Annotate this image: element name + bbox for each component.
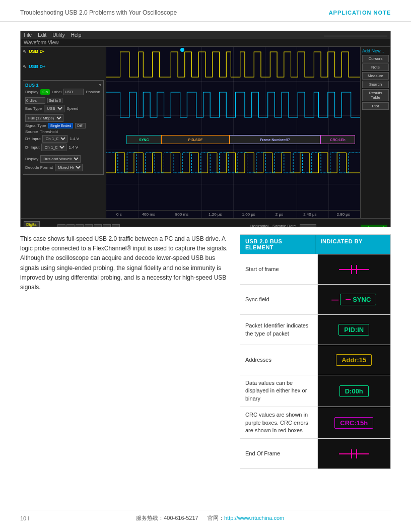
bus-label-input[interactable] [63, 89, 84, 95]
menu-file[interactable]: File [24, 32, 32, 38]
search-button[interactable]: Search [362, 81, 389, 88]
ch8-button[interactable]: 8 [112, 224, 120, 228]
usb-d-minus-label: USB D- [29, 49, 44, 54]
dp-source-select[interactable]: Ch 1_D0 [42, 135, 67, 143]
single-ended-button[interactable]: Single Ended [48, 123, 74, 128]
measure-button[interactable]: Measure [362, 72, 389, 80]
data-visual: D:00h [318, 375, 391, 407]
bus-title: BUS 1 [25, 83, 39, 88]
table-row-data: Data values can be displayed in either h… [240, 375, 390, 407]
app-note-label: APPLICATION NOTE [329, 10, 391, 16]
scope-waveform-area: SYNC PID-SOF Frame Number:57 CRC:1Eh [106, 47, 360, 218]
decode-format-select[interactable]: Mixed Hex [55, 164, 83, 171]
scope-right-panel: Add New... Cursors Note Measure Search R… [360, 47, 390, 218]
page-number: 10 I [20, 515, 29, 521]
page-footer: 10 I 服务热线：400-616-5217 官网：http://www.rit… [20, 510, 391, 522]
ch6-button[interactable]: 6 [94, 224, 102, 228]
cursors-button[interactable]: Cursors [362, 55, 389, 62]
diff-button[interactable]: Diff. [75, 123, 85, 128]
col2-header: INDICATED BY [316, 235, 391, 254]
addr-label: Addresses [240, 345, 318, 375]
menu-help[interactable]: Help [71, 32, 82, 38]
bus-element-table: USB 2.0 BUS ELEMENT INDICATED BY Start o… [240, 234, 391, 469]
eof-label: End Of Frame [240, 439, 318, 469]
crc-label: CRC values are shown in purple boxes. CR… [240, 407, 318, 438]
bus-on-button[interactable]: On [40, 89, 50, 95]
scope-toolbar: Waveform View [21, 39, 390, 47]
data-badge: D:00h [339, 385, 369, 397]
waveform-view-label: Waveform View [24, 40, 58, 45]
scope-bottom-bar: Digital USB / 1.4 V 2 3 4 5 6 7 8 Add Ma… [21, 218, 390, 227]
website-label: 官网：http://www.rituchina.com [208, 515, 284, 521]
pid-visual: PID:IN [318, 315, 391, 345]
body-text: This case shows full-speed USB 2.0 traff… [20, 234, 230, 469]
note-button[interactable]: Note [362, 63, 389, 71]
sync-label: Sync field [240, 285, 318, 314]
ch4-button[interactable]: 4 [76, 224, 84, 228]
results-table-button[interactable]: Results Table [362, 89, 389, 101]
speed-select[interactable]: Full (12 Mbps) [25, 114, 63, 122]
crc-visual: CRC:15h [318, 407, 391, 438]
ch5-button[interactable]: 5 [85, 224, 93, 228]
display-select[interactable]: Bus and Waveforms [40, 155, 81, 163]
footer-center: 服务热线：400-616-5217 官网：http://www.rituchin… [136, 514, 284, 522]
usb-d-plus-label: USB D+ [29, 64, 45, 69]
triggered-button[interactable]: Triggered [361, 225, 387, 228]
scope-left-panel: ∿ USB D- ∿ USB D+ BUS 1 ? Display On Lab… [21, 47, 106, 218]
oscilloscope-screenshot: File Edit Utility Help ▬▬▬▬▬▬▬▬▬▬▬▬▬▬ Wa… [20, 31, 391, 227]
bus-type-select[interactable]: USB [44, 105, 64, 112]
pid-badge: PID:IN [338, 324, 369, 336]
start-frame-visual [318, 254, 391, 284]
menu-edit[interactable]: Edit [38, 32, 46, 38]
addr-visual: Addr:15 [318, 345, 391, 375]
dm-source-select[interactable]: Ch 1_D1 [41, 144, 66, 151]
scope-main: ∿ USB D- ∿ USB D+ BUS 1 ? Display On Lab… [21, 47, 390, 218]
set-to-0-button[interactable]: Set to 0 [47, 98, 62, 103]
start-frame-label: Start of frame [240, 254, 318, 284]
table-row-crc: CRC values are shown in purple boxes. CR… [240, 407, 390, 438]
body-paragraph: This case shows full-speed USB 2.0 traff… [20, 234, 230, 292]
menu-utility[interactable]: Utility [52, 32, 64, 38]
content-section: This case shows full-speed USB 2.0 traff… [0, 234, 411, 469]
data-label: Data values can be displayed in either h… [240, 375, 318, 407]
addr-badge: Addr:15 [336, 354, 372, 366]
scope-menubar: File Edit Utility Help ▬▬▬▬▬▬▬▬▬▬▬▬▬▬ [21, 31, 390, 39]
table-row-start-frame: Start of frame [240, 254, 390, 284]
table-header: USB 2.0 BUS ELEMENT INDICATED BY [240, 235, 390, 254]
pid-label: Packet Identifier indicates the type of … [240, 315, 318, 345]
sync-visual: — SYNC [318, 285, 391, 314]
sync-badge: SYNC [340, 294, 376, 305]
ch3-button[interactable]: 3 [66, 224, 75, 228]
channel-number-buttons: 2 3 4 5 6 7 8 [57, 224, 120, 228]
eof-visual [318, 439, 391, 469]
add-new-label: Add New... [362, 48, 389, 53]
bus-settings-panel: BUS 1 ? Display On Label Position Set to… [23, 80, 104, 175]
col1-header: USB 2.0 BUS ELEMENT [240, 235, 316, 254]
table-row-addr: Addresses Addr:15 [240, 345, 390, 375]
ch2-button[interactable]: 2 [57, 224, 65, 228]
plot-button[interactable]: Plot [362, 102, 389, 110]
page-header: Troubleshooting USB 2.0 Problems with Yo… [0, 0, 411, 22]
table-row-pid: Packet Identifier indicates the type of … [240, 314, 390, 345]
digital-indicator: Digital [24, 221, 40, 227]
ch7-button[interactable]: 7 [103, 224, 111, 228]
doc-title: Troubleshooting USB 2.0 Problems with Yo… [20, 9, 177, 16]
table-row-eof: End Of Frame [240, 438, 390, 469]
website-link[interactable]: http://www.rituchina.com [224, 515, 284, 521]
table-row-sync: Sync field — SYNC [240, 284, 390, 314]
scope-time-axis: 0 s 400 ms 800 ms 1.20 μs 1.60 μs 2 μs 2… [106, 210, 360, 218]
bus-position-input[interactable] [25, 97, 45, 104]
hotline-label: 服务热线：400-616-5217 [136, 515, 198, 521]
crc-badge: CRC:15h [334, 417, 373, 429]
